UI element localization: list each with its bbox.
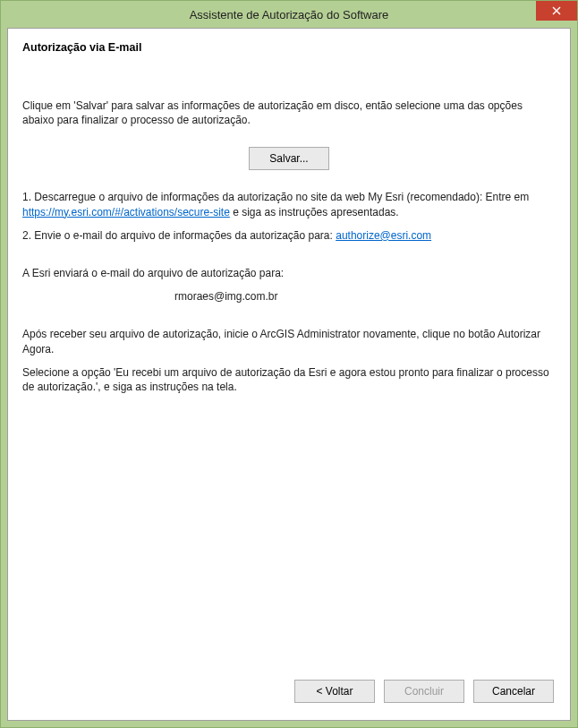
save-button[interactable]: Salvar... bbox=[249, 147, 328, 170]
window-title: Assistente de Autorização do Software bbox=[1, 8, 577, 21]
my-esri-link[interactable]: https://my.esri.com/#/activations/secure… bbox=[22, 206, 230, 218]
titlebar: Assistente de Autorização do Software bbox=[1, 1, 577, 28]
step-1: 1. Descarregue o arquivo de informações … bbox=[22, 190, 556, 218]
step-1-suffix: e siga as instruções apresentadas. bbox=[230, 206, 399, 218]
close-icon bbox=[552, 6, 561, 15]
page-heading: Autorização via E-mail bbox=[22, 41, 556, 54]
save-row: Salvar... bbox=[22, 147, 556, 170]
step-2-prefix: 2. Envie o e-mail do arquivo de informaç… bbox=[22, 229, 336, 242]
finish-button: Concluir bbox=[384, 680, 464, 703]
intro-text: Clique em 'Salvar' para salvar as inform… bbox=[22, 98, 556, 127]
send-notice: A Esri enviará o e-mail do arquivo de au… bbox=[22, 266, 556, 280]
authorize-email-link[interactable]: authorize@esri.com bbox=[336, 229, 431, 242]
after-receive-text-1: Após receber seu arquivo de autorização,… bbox=[22, 327, 556, 355]
back-button[interactable]: < Voltar bbox=[294, 680, 375, 703]
target-email: rmoraes@img.com.br bbox=[174, 289, 556, 304]
close-button[interactable] bbox=[536, 1, 577, 21]
step-2: 2. Envie o e-mail do arquivo de informaç… bbox=[22, 228, 556, 243]
wizard-footer: < Voltar Concluir Cancelar bbox=[8, 672, 570, 720]
wizard-content: Clique em 'Salvar' para salvar as inform… bbox=[8, 81, 570, 672]
step-1-prefix: 1. Descarregue o arquivo de informações … bbox=[22, 191, 529, 203]
wizard-client-area: Autorização via E-mail Clique em 'Salvar… bbox=[7, 28, 571, 721]
wizard-header: Autorização via E-mail bbox=[8, 29, 570, 81]
wizard-window: Assistente de Autorização do Software Au… bbox=[0, 0, 578, 728]
cancel-button[interactable]: Cancelar bbox=[473, 680, 554, 703]
after-receive-text-2: Selecione a opção 'Eu recebi um arquivo … bbox=[22, 365, 556, 394]
